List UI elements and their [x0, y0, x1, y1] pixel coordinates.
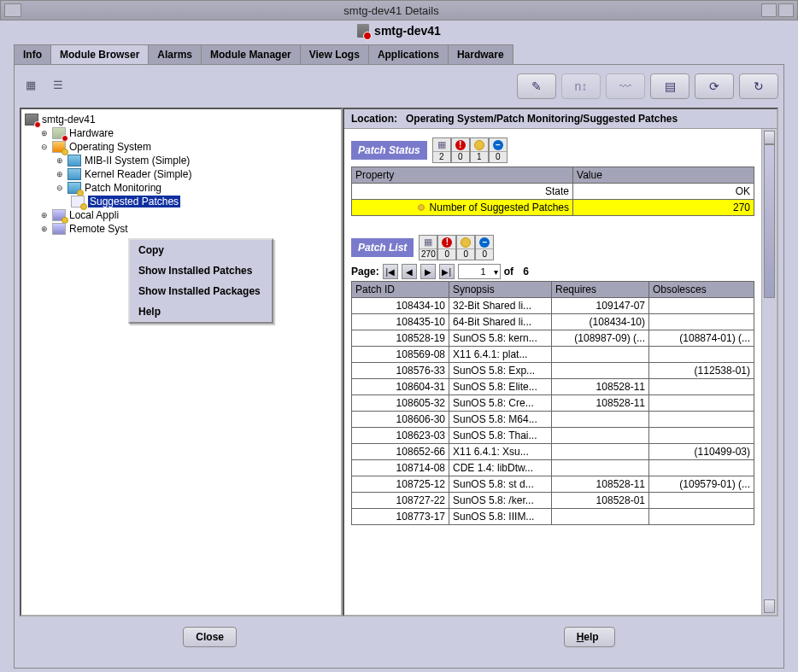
table-row[interactable]: 108569-08X11 6.4.1: plat...	[352, 347, 754, 363]
tree-node-os[interactable]: ⊖ Operating System	[40, 140, 337, 154]
collapse-icon[interactable]: ⊖	[56, 184, 64, 192]
badge-count: 1	[471, 152, 488, 162]
cell-synopsis: 32-Bit Shared li...	[449, 298, 552, 314]
help-button[interactable]: Help	[564, 627, 615, 647]
tab-info[interactable]: Info	[14, 44, 51, 64]
location-label: Location:	[351, 113, 397, 125]
cell-prop: State	[352, 184, 573, 200]
edit-button[interactable]: ✎	[517, 73, 556, 99]
tree-pane: smtg-dev41 ⊕ Hardware	[20, 108, 343, 616]
cell-synopsis: SunOS 5.8: st d...	[449, 476, 552, 493]
tree-node-hardware[interactable]: ⊕ Hardware	[40, 126, 337, 140]
tree-node-suggested[interactable]: Suggested Patches	[71, 195, 337, 208]
table-button[interactable]: ▤	[650, 73, 689, 99]
minimize-button[interactable]	[761, 3, 777, 17]
table-row[interactable]: 108606-30SunOS 5.8: M64...	[352, 412, 754, 428]
table-row[interactable]: State OK	[352, 184, 754, 200]
cell-requires: 108528-11	[552, 395, 649, 412]
tree-node-patchmon[interactable]: ⊖ Patch Monitoring	[56, 181, 337, 195]
tab-hardware[interactable]: Hardware	[449, 44, 513, 64]
tab-module-manager[interactable]: Module Manager	[202, 44, 301, 64]
col-requires[interactable]: Requires	[552, 282, 649, 298]
tab-alarms[interactable]: Alarms	[149, 44, 202, 64]
table-row[interactable]: 108435-1064-Bit Shared li...(108434-10)	[352, 314, 754, 330]
table-row[interactable]: 108528-19SunOS 5.8: kern...(108987-09) (…	[352, 330, 754, 347]
expander-icon[interactable]: ⊕	[40, 225, 49, 233]
patch-status-title: Patch Status	[351, 141, 427, 160]
alarm-blue-icon: –	[479, 237, 490, 248]
tree-node-kernel[interactable]: ⊕ Kernel Reader (Simple)	[56, 167, 337, 181]
table-row[interactable]: Number of Suggested Patches 270	[352, 200, 754, 216]
ctx-help[interactable]: Help	[130, 301, 272, 322]
graph-button[interactable]: n↕	[561, 73, 601, 99]
expander-icon[interactable]: ⊕	[56, 170, 64, 178]
scrollbar-thumb[interactable]	[764, 144, 775, 298]
cell-patchid: 108605-32	[352, 395, 449, 412]
last-page-button[interactable]: ▶|	[439, 264, 455, 279]
table-row[interactable]: 108604-31SunOS 5.8: Elite...108528-11	[352, 379, 754, 395]
module-icon[interactable]: ▦	[20, 73, 42, 96]
first-page-button[interactable]: |◀	[383, 264, 398, 279]
col-synopsis[interactable]: Synopsis	[449, 282, 552, 298]
patch-list-title: Patch List	[351, 238, 414, 257]
prev-page-button[interactable]: ◀	[402, 264, 417, 279]
list-badges: ▦270 !0 0 –0	[419, 235, 494, 260]
cell-patchid: 108604-31	[352, 379, 449, 395]
table-row[interactable]: 108623-03SunOS 5.8: Thai...	[352, 428, 754, 444]
tree-node-root[interactable]: smtg-dev41	[25, 113, 337, 126]
tree-label-selected: Suggested Patches	[88, 196, 180, 207]
expander-icon[interactable]: ⊕	[40, 211, 49, 219]
collapse-icon[interactable]: ⊖	[40, 143, 49, 151]
page-select[interactable]: 1	[458, 264, 501, 279]
table-row[interactable]: 108727-22SunOS 5.8: /ker...108528-01	[352, 493, 754, 509]
tree-label: Local Appli	[69, 209, 119, 221]
tab-module-browser[interactable]: Module Browser	[51, 44, 149, 64]
cell-requires: 108528-11	[552, 379, 649, 395]
cell-obsolesces	[649, 428, 754, 444]
table-row[interactable]: 108576-33SunOS 5.8: Exp...(112538-01)	[352, 363, 754, 379]
module-tree[interactable]: smtg-dev41 ⊕ Hardware	[25, 113, 337, 236]
maximize-button[interactable]	[778, 3, 794, 17]
cell-patchid: 108606-30	[352, 412, 449, 428]
location-path: Operating System/Patch Monitoring/Sugges…	[406, 113, 678, 125]
options-icon[interactable]: ☰	[47, 73, 69, 96]
ctx-show-packages[interactable]: Show Installed Packages	[130, 281, 272, 301]
expander-icon[interactable]: ⊕	[56, 156, 64, 165]
table-row[interactable]: 108714-08CDE 1.4: libDtw...	[352, 460, 754, 476]
window-menu-button[interactable]	[4, 3, 21, 17]
chart-button[interactable]: 〰	[606, 73, 645, 99]
cell-obsolesces: (112538-01)	[649, 363, 754, 379]
cell-requires: 108528-11	[552, 476, 649, 493]
next-page-button[interactable]: ▶	[420, 264, 436, 279]
table-row[interactable]: 108605-32SunOS 5.8: Cre...108528-11	[352, 395, 754, 412]
ctx-copy[interactable]: Copy	[130, 240, 272, 260]
vertical-scrollbar[interactable]	[761, 129, 777, 615]
cell-obsolesces: (108874-01) (...	[649, 330, 754, 347]
table-row[interactable]: 108773-17SunOS 5.8: IIIM...	[352, 509, 754, 525]
pager: Page: |◀ ◀ ▶ ▶| 1 of 6	[351, 264, 754, 279]
hardware-icon	[52, 127, 66, 139]
reload-button[interactable]: ↻	[739, 73, 778, 99]
refresh-button[interactable]: ⟳	[695, 73, 734, 99]
cell-requires	[552, 428, 649, 444]
ctx-show-patches[interactable]: Show Installed Patches	[130, 260, 272, 281]
table-row[interactable]: 108725-12SunOS 5.8: st d...108528-11(109…	[352, 476, 754, 493]
titlebar: smtg-dev41 Details	[0, 0, 798, 20]
tree-node-mib2[interactable]: ⊕ MIB-II System (Simple)	[56, 154, 337, 167]
tab-applications[interactable]: Applications	[369, 44, 449, 64]
cell-obsolesces: (110499-03)	[649, 444, 754, 460]
expander-icon[interactable]: ⊕	[40, 129, 49, 137]
alarm-red-icon: !	[455, 140, 466, 150]
col-obsolesces[interactable]: Obsolesces	[649, 282, 754, 298]
col-patchid[interactable]: Patch ID	[352, 282, 449, 298]
table-row[interactable]: 108652-66X11 6.4.1: Xsu...(110499-03)	[352, 444, 754, 460]
cell-requires	[552, 444, 649, 460]
patch-list-table: Patch ID Synopsis Requires Obsolesces 10…	[351, 281, 754, 525]
tree-label: Kernel Reader (Simple)	[85, 168, 191, 180]
tree-node-remote[interactable]: ⊕ Remote Syst	[40, 222, 337, 236]
tree-node-localapps[interactable]: ⊕ Local Appli	[40, 208, 337, 222]
cell-val: 270	[573, 200, 754, 216]
close-button[interactable]: Close	[183, 627, 237, 647]
table-row[interactable]: 108434-1032-Bit Shared li...109147-07	[352, 298, 754, 314]
tab-view-logs[interactable]: View Logs	[301, 44, 369, 64]
